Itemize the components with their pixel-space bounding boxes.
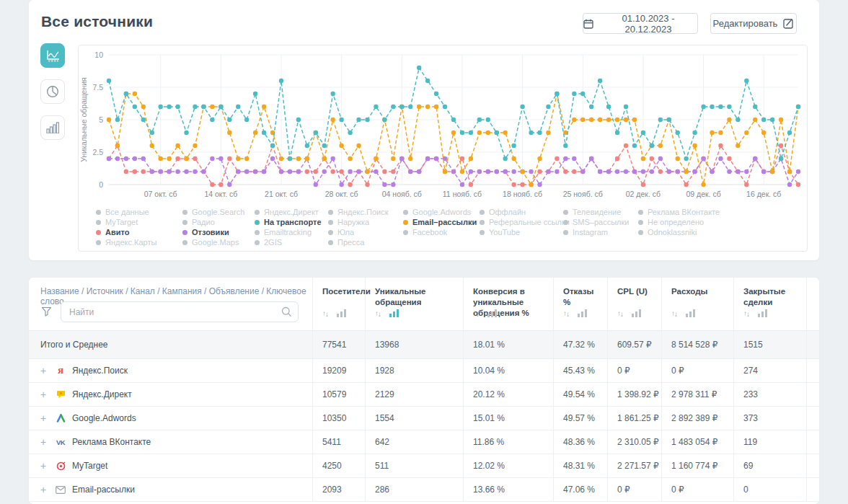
legend-item[interactable]: Реферальные ссылки	[480, 217, 563, 227]
expand-row-button[interactable]: +	[40, 365, 50, 376]
sort-icon[interactable]: ↑↓	[617, 309, 623, 317]
data-point[interactable]	[469, 182, 473, 187]
column-chart-icon[interactable]	[632, 309, 642, 317]
data-point[interactable]	[589, 118, 593, 122]
data-point[interactable]	[460, 156, 464, 161]
data-point[interactable]	[727, 118, 731, 122]
expand-row-button[interactable]: +	[40, 412, 50, 424]
data-point[interactable]	[356, 118, 361, 122]
data-point[interactable]	[425, 79, 430, 83]
data-point[interactable]	[124, 156, 128, 161]
data-point[interactable]	[546, 131, 550, 135]
data-point[interactable]	[770, 118, 774, 122]
data-point[interactable]	[356, 169, 361, 174]
data-point[interactable]	[184, 156, 188, 161]
data-point[interactable]	[348, 182, 352, 187]
data-point[interactable]	[201, 169, 206, 174]
sort-icon[interactable]: ↑↓	[563, 309, 569, 317]
data-point[interactable]	[520, 105, 524, 109]
data-point[interactable]	[374, 156, 378, 161]
data-point[interactable]	[124, 92, 128, 96]
data-point[interactable]	[589, 156, 593, 161]
data-point[interactable]	[606, 169, 611, 174]
expand-row-button[interactable]: +	[40, 389, 50, 400]
data-point[interactable]	[279, 79, 283, 83]
data-point[interactable]	[503, 169, 508, 174]
data-point[interactable]	[262, 131, 266, 135]
data-point[interactable]	[417, 169, 421, 174]
data-point[interactable]	[408, 156, 412, 161]
data-point[interactable]	[218, 156, 223, 161]
legend-item[interactable]: 2GIS	[255, 237, 328, 247]
data-point[interactable]	[598, 169, 602, 174]
data-point[interactable]	[193, 156, 197, 161]
data-point[interactable]	[555, 169, 559, 174]
data-point[interactable]	[546, 105, 550, 109]
data-point[interactable]	[107, 156, 111, 161]
data-point[interactable]	[150, 143, 154, 148]
data-point[interactable]	[511, 156, 516, 161]
data-point[interactable]	[175, 156, 180, 161]
data-point[interactable]	[175, 105, 180, 109]
data-point[interactable]	[537, 182, 542, 187]
data-point[interactable]	[417, 66, 421, 70]
data-point[interactable]	[701, 182, 705, 187]
data-point[interactable]	[331, 156, 335, 161]
data-point[interactable]	[253, 169, 257, 174]
data-point[interactable]	[511, 169, 516, 174]
data-point[interactable]	[787, 169, 792, 174]
data-point[interactable]	[133, 105, 137, 109]
edit-button[interactable]: Редактировать	[710, 13, 797, 34]
table-row[interactable]: +VKРеклама ВКонтакте541164211.86 %48.36 …	[29, 430, 819, 454]
data-point[interactable]	[563, 156, 567, 161]
data-point[interactable]	[615, 131, 619, 135]
data-point[interactable]	[511, 143, 516, 148]
data-point[interactable]	[434, 156, 438, 161]
legend-item[interactable]: Телевидение	[563, 207, 638, 217]
data-point[interactable]	[486, 118, 490, 122]
data-point[interactable]	[210, 156, 214, 161]
data-point[interactable]	[529, 131, 533, 135]
data-point[interactable]	[434, 92, 438, 96]
legend-item[interactable]: Odnoklassniki	[638, 227, 746, 237]
table-row[interactable]: +Google.Adwords10350155415.01 %49.57 %1 …	[29, 407, 819, 430]
data-point[interactable]	[787, 131, 792, 135]
data-point[interactable]	[761, 169, 766, 174]
data-point[interactable]	[641, 156, 645, 161]
data-point[interactable]	[408, 169, 412, 174]
data-point[interactable]	[718, 105, 723, 109]
data-point[interactable]	[443, 105, 447, 109]
data-point[interactable]	[425, 105, 430, 109]
data-point[interactable]	[684, 169, 688, 174]
data-point[interactable]	[348, 131, 352, 135]
data-point[interactable]	[744, 79, 748, 83]
data-point[interactable]	[580, 118, 585, 122]
data-point[interactable]	[572, 169, 576, 174]
data-point[interactable]	[244, 169, 249, 174]
data-point[interactable]	[115, 143, 120, 148]
data-point[interactable]	[348, 156, 352, 161]
data-point[interactable]	[606, 118, 611, 122]
data-point[interactable]	[537, 131, 542, 135]
data-point[interactable]	[684, 156, 688, 161]
legend-item[interactable]: Не определено	[638, 217, 746, 227]
data-point[interactable]	[701, 105, 705, 109]
data-point[interactable]	[477, 131, 482, 135]
legend-item[interactable]: Facebook	[403, 227, 480, 237]
data-point[interactable]	[296, 156, 301, 161]
data-point[interactable]	[150, 131, 154, 135]
data-point[interactable]	[288, 156, 292, 161]
data-point[interactable]	[598, 118, 602, 122]
data-point[interactable]	[641, 182, 645, 187]
data-point[interactable]	[658, 118, 663, 122]
data-point[interactable]	[365, 182, 369, 187]
data-point[interactable]	[632, 143, 637, 148]
data-point[interactable]	[331, 92, 335, 96]
data-point[interactable]	[167, 156, 171, 161]
data-point[interactable]	[339, 118, 343, 122]
data-point[interactable]	[718, 156, 723, 161]
data-point[interactable]	[796, 182, 800, 187]
legend-item[interactable]: Юла	[328, 227, 403, 237]
data-point[interactable]	[236, 169, 240, 174]
column-chart-icon[interactable]	[337, 309, 347, 317]
